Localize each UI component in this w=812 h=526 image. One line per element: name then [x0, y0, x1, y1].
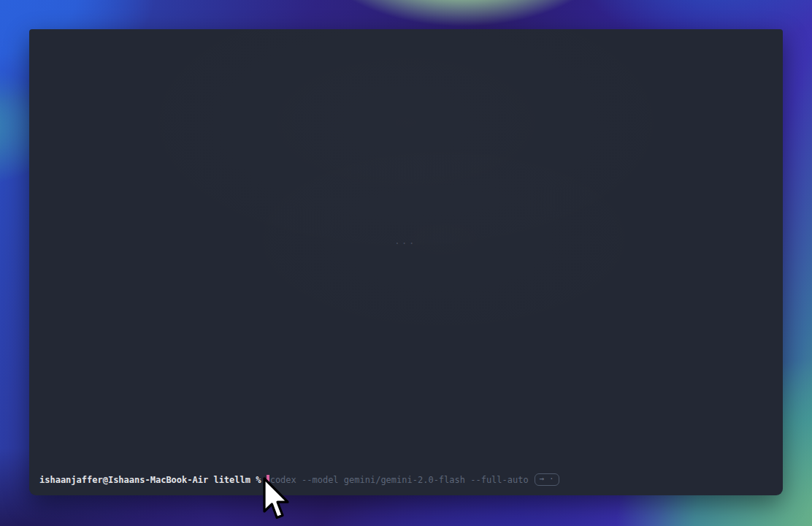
text-caret — [267, 475, 269, 485]
terminal-faded-ellipsis: ... — [394, 235, 415, 246]
terminal-input-line[interactable]: ishaanjaffer@Ishaans-MacBook-Air litellm… — [39, 473, 559, 486]
accept-suggestion-key-hint: → · — [535, 473, 559, 486]
command-autosuggestion: codex --model gemini/gemini-2.0-flash --… — [270, 474, 529, 486]
shell-prompt: ishaanjaffer@Ishaans-MacBook-Air litellm… — [39, 474, 267, 486]
terminal-window[interactable]: ... ishaanjaffer@Ishaans-MacBook-Air lit… — [29, 29, 783, 495]
desktop-wallpaper: ... ishaanjaffer@Ishaans-MacBook-Air lit… — [0, 0, 812, 526]
